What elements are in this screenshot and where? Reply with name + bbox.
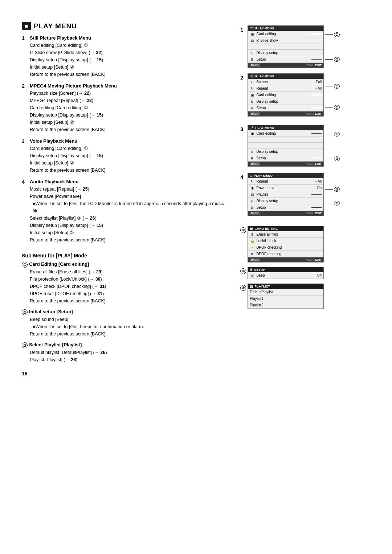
- screen-1-row-1: ▤ P. Slide show: [248, 37, 323, 44]
- screen-2-container: 🎬 PLAY MENU ⊟ Screen Full ↻ Repeat ↔All: [248, 73, 324, 117]
- section-2-body: Playback size [Screen] (→ 22) MPEG4 repe…: [22, 90, 226, 133]
- menu-exit-3: MENU EXIT: [306, 162, 322, 166]
- ann-1-top: ①: [325, 32, 340, 37]
- sub-screen-2-title: SETUP: [254, 268, 265, 272]
- sub-1-item-4: Return to the previous screen [BACK]: [30, 297, 226, 305]
- screen-3-titlebar: 🎤 PLAY MENU: [248, 125, 323, 130]
- play-menu-title: ■ PLAY MENU: [22, 22, 226, 30]
- section-3: 3 Voice Playback Menu Card editing [Card…: [22, 138, 226, 174]
- section-3-item-1: Display setup [Display setup] (→ 15): [30, 152, 226, 159]
- ann-circle-3-2: ②: [334, 156, 340, 161]
- sub-section-1-body: Erase all files [Erase all files] (→ 29)…: [22, 268, 226, 305]
- screen-2-row-0-val: Full: [316, 80, 322, 84]
- sub-screen-1-row-1-text: Lock/Unlock: [256, 239, 322, 243]
- screen-4-titlebar: ♫ PLAY MENU: [248, 173, 323, 178]
- ann-circle-1-1: ①: [334, 32, 340, 37]
- lcd-screen-2: 🎬 PLAY MENU ⊟ Screen Full ↻ Repeat ↔All: [248, 73, 324, 117]
- screen-3-container: 🎤 PLAY MENU ▣ Card editing ⊟ Display set…: [248, 125, 324, 167]
- card-icon-3: ▣: [250, 132, 255, 135]
- sub-screen-2-row-0-val: Off: [317, 273, 322, 277]
- sub-lcd-screen-2: ⚙ SETUP 🔊 Beep Off: [248, 267, 324, 279]
- section-title-2: MPEG4 Moving Picture Playback Menu: [30, 83, 117, 89]
- screen-2-footer: BACK MENU EXIT: [248, 111, 323, 116]
- slideshow-icon-1: ▤: [250, 39, 255, 42]
- display-icon-1: ⊟: [250, 51, 255, 55]
- sub-back-btn-1: BACK: [250, 258, 260, 261]
- sub-2-bullet: ●When it is set to [On], beeps for confi…: [33, 323, 226, 330]
- sub-screen-3-row-1: Playlist1: [248, 296, 323, 302]
- menu-exit-2: MENU EXIT: [306, 112, 322, 115]
- screen-3-row-4-text: Setup: [256, 156, 310, 160]
- screen-2-row-1: ↻ Repeat ↔All: [248, 85, 323, 92]
- screen-3-row-4: ⊞ Setup: [248, 155, 323, 162]
- screen-2-row-3: ⊟ Display setup: [248, 98, 323, 105]
- screen-label-2: 2: [240, 73, 246, 81]
- screen-4-icon: ♫: [250, 174, 252, 178]
- sub-screen-circle-1: ①: [240, 227, 246, 233]
- dpof-check-icon: ✓: [250, 246, 255, 249]
- menu-exit-1: MENU EXIT: [306, 64, 322, 67]
- ann-circle-3-1: ①: [334, 132, 340, 137]
- menu-exit-4: MENU EXIT: [306, 212, 322, 215]
- annotations-3: ① ②: [325, 125, 340, 168]
- screen-2-row-4-text: Setup: [256, 106, 310, 110]
- sub-lcd-screen-1: ▣ CARD EDITING 🗑 Erase all files 🔒 Lock/…: [248, 226, 324, 262]
- screen-2-icon: 🎬: [250, 74, 254, 78]
- sub-screen-1-row-0: 🗑 Erase all files: [248, 231, 323, 238]
- lock-icon: 🔒: [250, 239, 255, 243]
- section-1-item-1: P. Slide show [P. Slide show] (→ 32): [30, 49, 226, 56]
- sub-section-3: ③ Select Playlist [Playlist] Default pla…: [22, 342, 226, 363]
- screen-1-footer: BACK MENU EXIT: [248, 63, 323, 68]
- back-btn-4: BACK: [250, 212, 260, 215]
- screen-4-row-4: ⊞ Setup: [248, 204, 323, 211]
- right-column: 1 📷 PLAY MENU ▣ Card editing ▤ P. Slide …: [240, 22, 370, 313]
- sub-menu-exit-1: MENU EXIT: [306, 258, 322, 261]
- screen-4-row-3: ⊟ Display setup: [248, 198, 323, 204]
- ann-circle-2-1: ①: [334, 84, 340, 89]
- back-btn-2: BACK: [250, 112, 260, 115]
- sub-3-item-1: Playlist [Playlist] (→ 26): [30, 356, 226, 363]
- screen-4-row-1-val: On: [317, 186, 322, 190]
- section-1-item-4: Return to the previous screen [BACK]: [30, 71, 226, 78]
- divider: [22, 249, 226, 249]
- section-1: 1 Still Picture Playback Menu Card editi…: [22, 35, 226, 78]
- repeat-icon-2: ↻: [250, 87, 255, 90]
- screen-2-row-0: ⊟ Screen Full: [248, 79, 323, 85]
- sub-screen-2-row-0: 🔊 Beep Off: [248, 272, 323, 279]
- ann-circle-4-2: ②: [334, 201, 340, 205]
- title-black-box: ■: [22, 22, 31, 30]
- sub-title-2: Initial setup [Setup]: [29, 309, 73, 314]
- screen-label-1: 1: [240, 25, 246, 33]
- sub-screen-3-row-2: Playlist2: [248, 302, 323, 309]
- screen-2-titlebar: 🎬 PLAY MENU: [248, 74, 323, 79]
- section-2-item-2: Card editing [Card editing] ①: [30, 104, 226, 111]
- sub-screen-3-row-2-text: Playlist2: [250, 303, 322, 307]
- sub-screen-group-1: ① ▣ CARD EDITING 🗑 Erase all files 🔒 Loc…: [240, 226, 370, 262]
- sub-screen-1-footer: BACK MENU EXIT: [248, 257, 323, 262]
- section-4-item-5: Return to the previous screen [BACK]: [30, 236, 226, 244]
- section-1-item-3: Initial setup [Setup] ②: [30, 64, 226, 71]
- screen-3-row-3-text: Display setup: [256, 150, 322, 154]
- screen-4-row-1: ◑ Power save On: [248, 185, 323, 191]
- screen-4-footer: BACK MENU EXIT: [248, 211, 323, 216]
- section-4-bullet: ●When it is set to [On], the LCD Monitor…: [33, 200, 226, 215]
- setup-icon-4: ⊞: [250, 206, 255, 209]
- screen-3-footer: BACK MENU EXIT: [248, 162, 323, 166]
- screen-icon-2: ⊟: [250, 80, 255, 84]
- section-number-1: 1: [22, 35, 28, 41]
- screen-3-icon: 🎤: [250, 126, 254, 130]
- screen-4-row-3-text: Display setup: [256, 199, 322, 203]
- screen-3-row-3: ⊟ Display setup: [248, 148, 323, 155]
- beep-icon: 🔊: [250, 274, 255, 277]
- screen-2-row-1-text: Repeat: [256, 86, 313, 90]
- section-title-3: Voice Playback Menu: [30, 138, 77, 144]
- sub-circle-2: ②: [22, 309, 28, 315]
- section-1-item-0: Card editing [Card editing] ①: [30, 42, 226, 49]
- left-column: ■ PLAY MENU 1 Still Picture Playback Men…: [22, 22, 226, 376]
- section-3-item-0: Card editing [Card editing] ①: [30, 145, 226, 152]
- screen-4-row-0-text: Repeat: [256, 179, 313, 183]
- sub-screen-3-titlebar: ▤ PLAYLIST: [248, 284, 323, 289]
- sub-lcd-screen-3: ▤ PLAYLIST DefaultPlaylist Playlist1 Pla…: [248, 284, 324, 309]
- sub-circle-3: ③: [22, 342, 28, 348]
- sub-screen-circle-3: ③: [240, 285, 246, 291]
